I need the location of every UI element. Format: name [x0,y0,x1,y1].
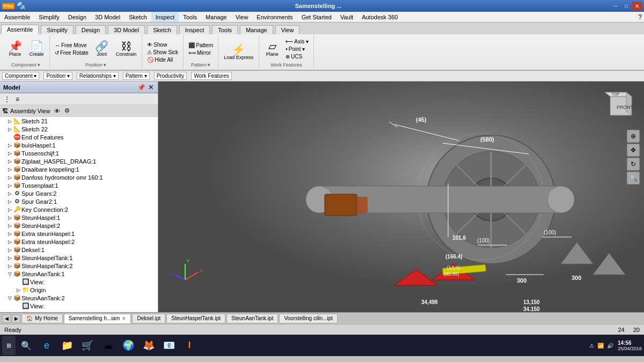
taskbar-ie[interactable]: e [37,336,56,355]
taskbar-explorer[interactable]: 📁 [57,336,77,355]
tab-voorstelling[interactable]: Voorstelling cilin...ipt [279,314,338,323]
tree-item-view2[interactable]: 🔲 View: [0,302,158,310]
pan-button[interactable]: ✥ [627,144,640,157]
menu-inspect[interactable]: Inspect [151,12,179,22]
tree-item-deksel1[interactable]: ▷ 📦 Deksel:1 [0,246,158,254]
assembly-view-settings-icon[interactable]: ⚙ [64,107,70,114]
tab-manage[interactable]: Manage [240,25,273,34]
tab-simplify[interactable]: Simplify [41,25,74,34]
point-button[interactable]: • Point ▾ [284,46,310,53]
tree-item-view1[interactable]: 🔲 View: [0,278,158,286]
tree-item-steunhaspel1[interactable]: ▷ 📦 SteunHaspel:1 [0,213,158,221]
taskbar-onedrive[interactable]: ☁ [98,336,118,355]
menu-assemble[interactable]: Assemble [0,12,34,22]
tab-my-home[interactable]: 🏠 My Home [21,314,63,323]
axis-button[interactable]: ⟵ Axis ▾ [284,38,310,45]
menu-manage[interactable]: Manage [201,12,231,22]
tree-item-sketch22[interactable]: ▷ 📐 Sketch 22 [0,125,158,133]
network-icon[interactable]: 📶 [597,343,604,349]
tree-item-end-of-features[interactable]: ⛔ End of Features [0,133,158,141]
tab-samenstelling-close[interactable]: ✕ [122,316,126,321]
relationships-dropdown[interactable]: Relationships ▾ [77,72,119,80]
tree-item-key-connection[interactable]: ▷ 🔑 Key Connection:2 [0,205,158,213]
free-move-button[interactable]: ↔ Free Move [53,42,90,49]
rotate-button[interactable]: ↻ [627,158,640,171]
taskbar-chrome[interactable]: 🌍 [119,336,138,355]
tree-item-sketch21[interactable]: ▷ 📐 Sketch 21 [0,117,158,125]
tree-item-danfoss[interactable]: ▷ 📦 Danfoss hydromotor omr 160:1 [0,173,158,181]
ucs-button[interactable]: ⊕ UCS [284,53,310,60]
tree-item-steunhaspel2[interactable]: ▷ 📦 SteunHaspel:2 [0,221,158,230]
menu-environments[interactable]: Environments [252,12,297,22]
tab-sketch[interactable]: Sketch [147,25,177,34]
tree-item-buishaspel[interactable]: ▷ 📦 buisHaspel:1 [0,141,158,149]
tree-item-steunAanTank2[interactable]: ▽ 📦 SteunAanTank:2 [0,294,158,302]
tree-item-tussenplaat[interactable]: ▷ 📦 Tussenplaat:1 [0,181,158,189]
filter-button[interactable]: ⋮ [2,95,12,104]
tree-item-spur-gear21[interactable]: ▷ ⚙ Spur Gear2:1 [0,197,158,205]
hide-all-button[interactable]: 🚫 Hide All [145,56,180,63]
sort-button[interactable]: ≡ [14,95,21,104]
menu-vault[interactable]: Vault [336,12,357,22]
close-button[interactable]: ✕ [632,2,642,10]
joint-button[interactable]: 🔗 Joint [92,40,112,58]
tree-item-steunAanTank1[interactable]: ▽ 📦 SteunAanTank:1 [0,270,158,278]
tab-view[interactable]: View [275,25,300,34]
viewport[interactable]: (45) (580) 101.6 (166.4) (100) (100) 300 [158,82,644,312]
tab-deksel[interactable]: Deksel.ipt [132,314,165,323]
load-express-button[interactable]: ⚡ Load Express [222,43,255,61]
create-button[interactable]: 📄 Create [27,40,46,58]
tab-assemble[interactable]: Assemble [1,25,39,34]
menu-design[interactable]: Design [64,12,91,22]
position-dropdown[interactable]: Position ▾ [43,72,72,80]
tree-item-steunhaspeltank1[interactable]: ▷ 📦 SteunHaspelTank:1 [0,254,158,262]
menu-sketch[interactable]: Sketch [125,12,151,22]
tab-steunhaspeltank[interactable]: SteunHaspelTank.ipt [166,314,225,323]
zoom-fit-button[interactable]: ⊕ [627,130,640,143]
taskbar-firefox[interactable]: 🦊 [139,336,158,355]
tab-inspect[interactable]: Inspect [179,25,210,34]
plane-button[interactable]: ▱ Plane [262,40,282,58]
help-button[interactable]: ? [638,13,642,21]
show-sick-button[interactable]: ⚠ Show Sick [145,49,180,56]
constrain-button[interactable]: ⛓ Constrain [114,40,139,58]
volume-icon[interactable]: 🔊 [607,343,613,349]
notification-icon[interactable]: ⚠ [589,343,594,349]
free-rotate-button[interactable]: ↺ Free Rotate [53,49,90,56]
tree-item-steunhaspeltank2[interactable]: ▷ 📦 SteunHaspelTank:2 [0,262,158,270]
panel-pin-button[interactable]: 📌 [137,84,145,91]
work-features-dropdown[interactable]: Work Features [191,72,231,80]
productivity-dropdown[interactable]: Productivity [154,72,187,80]
taskbar-store[interactable]: 🛒 [78,336,97,355]
menu-view[interactable]: View [231,12,253,22]
place-button[interactable]: 📌 Place [5,40,25,58]
menu-3d-model[interactable]: 3D Model [91,12,125,22]
pattern-button[interactable]: ⬛ Pattern [187,42,215,49]
tab-3d-model[interactable]: 3D Model [108,25,145,34]
menu-tools[interactable]: Tools [179,12,201,22]
start-button[interactable]: ⊞ [2,336,16,355]
maximize-button[interactable]: □ [621,2,631,10]
taskbar-inventor[interactable]: I [180,336,199,355]
tree-item-spur-gears2[interactable]: ▷ ⚙ Spur Gears:2 [0,189,158,197]
tree-item-tussenschijf[interactable]: ▷ 📦 Tussenschijf:1 [0,149,158,157]
window-controls[interactable]: ─ □ ✕ [611,2,642,10]
mirror-button[interactable]: ⟺ Mirror [187,49,215,56]
tree-item-extra-steunhaspel2[interactable]: ▷ 📦 Extra steunHaspel:2 [0,238,158,246]
tree-item-origin1[interactable]: ▷ 📁 Origin [0,286,158,294]
taskbar-search[interactable]: 🔍 [17,336,36,355]
component-dropdown[interactable]: Component ▾ [2,72,39,80]
show-button[interactable]: 👁 Show [145,41,180,48]
minimize-button[interactable]: ─ [611,2,620,10]
tab-nav-prev[interactable]: ◀ [2,314,11,323]
menu-simplify[interactable]: Simplify [34,12,64,22]
tab-nav-next[interactable]: ▶ [12,314,20,323]
panel-close-button[interactable]: ✕ [147,84,155,91]
tab-design[interactable]: Design [76,25,106,34]
tree-item-zijplaat[interactable]: ▷ 📦 Zijplaat_HASPEL_DRAAG:1 [0,157,158,165]
tree-item-origin2[interactable]: ▷ 📁 Origin [0,310,158,312]
pattern-dropdown[interactable]: Pattern ▾ [123,72,150,80]
tab-tools[interactable]: Tools [212,25,238,34]
zoom-button[interactable]: 🔍 [627,172,640,184]
tree-item-draaibare[interactable]: ▷ 📦 Draaibare koppeling:1 [0,165,158,173]
